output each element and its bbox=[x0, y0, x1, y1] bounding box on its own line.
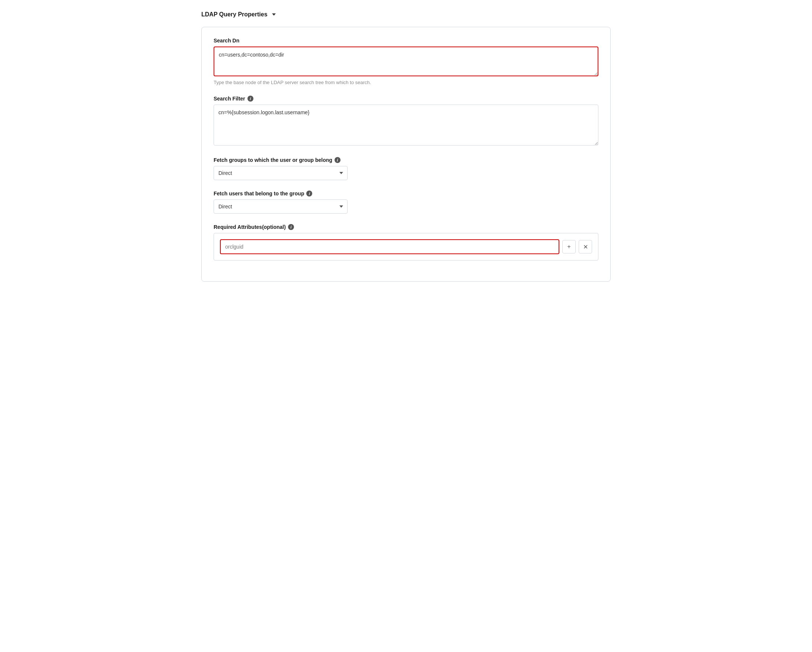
section-title: LDAP Query Properties bbox=[201, 11, 267, 18]
fetch-users-group: Fetch users that belong to the group i D… bbox=[214, 191, 598, 214]
section-collapse-icon[interactable] bbox=[272, 14, 276, 15]
fetch-groups-select-wrapper: Direct Recursive None bbox=[214, 166, 348, 180]
required-attributes-label: Required Attributes(optional) i bbox=[214, 224, 598, 230]
required-attributes-row: + ✕ bbox=[220, 239, 592, 254]
section-header: LDAP Query Properties bbox=[201, 11, 611, 21]
required-attributes-info-icon[interactable]: i bbox=[288, 224, 294, 230]
fetch-groups-group: Fetch groups to which the user or group … bbox=[214, 157, 598, 180]
search-filter-info-icon[interactable]: i bbox=[247, 96, 253, 102]
search-dn-group: Search Dn cn=users,dc=contoso,dc=dir Typ… bbox=[214, 38, 598, 85]
fetch-users-label: Fetch users that belong to the group i bbox=[214, 191, 598, 197]
remove-attribute-button[interactable]: ✕ bbox=[578, 240, 592, 253]
fetch-users-select[interactable]: Direct Recursive None bbox=[214, 200, 348, 214]
add-attribute-button[interactable]: + bbox=[562, 240, 576, 253]
search-filter-input[interactable]: cn=%{subsession.logon.last.username} bbox=[214, 105, 598, 145]
search-dn-label: Search Dn bbox=[214, 38, 598, 44]
required-attributes-group: Required Attributes(optional) i + ✕ bbox=[214, 224, 598, 261]
required-attributes-input[interactable] bbox=[220, 239, 559, 254]
search-filter-label: Search Filter i bbox=[214, 96, 598, 102]
page-container: LDAP Query Properties Search Dn cn=users… bbox=[201, 11, 611, 282]
required-attributes-container: + ✕ bbox=[214, 233, 598, 261]
search-dn-input[interactable]: cn=users,dc=contoso,dc=dir bbox=[214, 47, 598, 76]
search-dn-helper: Type the base node of the LDAP server se… bbox=[214, 79, 598, 85]
fetch-groups-select[interactable]: Direct Recursive None bbox=[214, 166, 348, 180]
search-filter-group: Search Filter i cn=%{subsession.logon.la… bbox=[214, 96, 598, 147]
fetch-groups-label: Fetch groups to which the user or group … bbox=[214, 157, 598, 163]
fetch-users-info-icon[interactable]: i bbox=[306, 191, 312, 197]
fetch-groups-info-icon[interactable]: i bbox=[334, 157, 340, 163]
ldap-query-card: Search Dn cn=users,dc=contoso,dc=dir Typ… bbox=[201, 27, 611, 282]
fetch-users-select-wrapper: Direct Recursive None bbox=[214, 200, 348, 214]
